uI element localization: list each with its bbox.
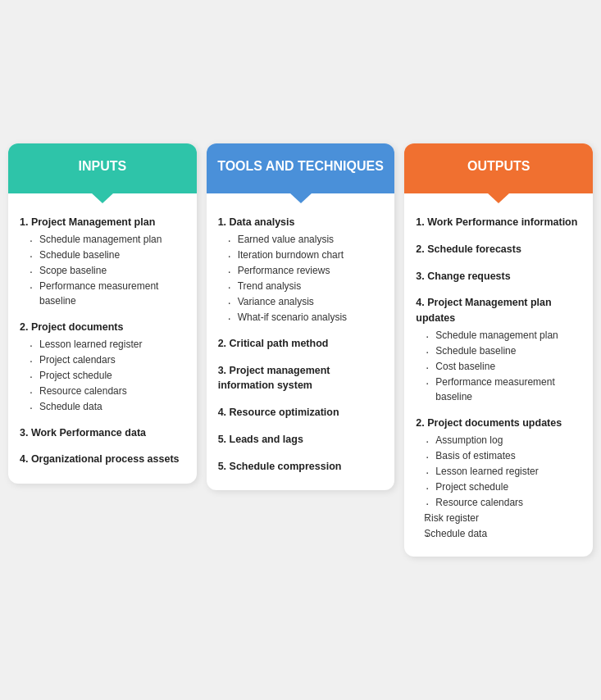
list-item: Assumption log — [424, 433, 581, 448]
outputs-body: 1. Work Performance information 2. Sched… — [404, 193, 593, 557]
inputs-column: INPUTS 1. Project Management plan Schedu… — [8, 143, 197, 484]
inputs-item-3: 3. Work Performance data — [20, 425, 185, 441]
tools-item-1: 1. Data analysis — [218, 215, 384, 230]
list-item: Performance measurement baseline — [28, 279, 185, 308]
tools-item-2: 2. Critical path method — [218, 336, 384, 352]
list-item: What-if scenario analysis — [226, 310, 384, 325]
list-item: Resource calendars — [424, 495, 581, 510]
list-item: Schedule data — [28, 399, 185, 414]
inputs-header-label: INPUTS — [79, 159, 127, 173]
list-item: Trend analysis — [226, 279, 384, 293]
list-item: Resource calendars — [28, 384, 185, 398]
outputs-item-1: 1. Work Performance information — [416, 215, 581, 230]
list-item: Schedule baseline — [28, 248, 185, 262]
list-item: Project schedule — [424, 480, 581, 494]
list-item: Risk register — [424, 511, 581, 525]
outputs-header-label: OUTPUTS — [467, 159, 530, 173]
tools-header-label: TOOLS AND TECHNIQUES — [217, 159, 384, 173]
inputs-item-2: 2. Project documents — [20, 320, 185, 335]
list-item: Cost baseline — [424, 359, 581, 374]
list-item: Scope baseline — [28, 263, 185, 278]
inputs-item-1-sublist: Schedule management plan Schedule baseli… — [20, 232, 185, 308]
list-item: Project calendars — [28, 352, 185, 367]
list-item: Schedule data — [424, 526, 581, 541]
list-item: Earned value analysis — [226, 232, 384, 247]
list-item: Lesson learned register — [28, 337, 185, 352]
inputs-item-2-sublist: Lesson learned register Project calendar… — [20, 337, 185, 414]
columns-container: INPUTS 1. Project Management plan Schedu… — [8, 143, 593, 556]
outputs-item-5: 2. Project documents updates — [416, 416, 581, 431]
tools-body: 1. Data analysis Earned value analysis I… — [207, 193, 395, 490]
outputs-item-4: 4. Project Management plan updates — [416, 295, 581, 326]
tools-item-4: 4. Resource optimization — [218, 405, 384, 420]
list-item: Schedule management plan — [424, 328, 581, 343]
tools-column: TOOLS AND TECHNIQUES 1. Data analysis Ea… — [207, 143, 395, 490]
outputs-item-4-sublist: Schedule management plan Schedule baseli… — [416, 328, 581, 404]
list-item: Lesson learned register — [424, 464, 581, 479]
list-item: Performance reviews — [226, 263, 384, 278]
outputs-column: OUTPUTS 1. Work Performance information … — [404, 143, 593, 556]
outputs-header: OUTPUTS — [404, 143, 593, 193]
inputs-body: 1. Project Management plan Schedule mana… — [8, 193, 197, 484]
list-item: Schedule baseline — [424, 343, 581, 358]
list-item: Performance measurement baseline — [424, 375, 581, 404]
tools-header: TOOLS AND TECHNIQUES — [207, 143, 395, 193]
inputs-item-1: 1. Project Management plan — [20, 215, 185, 230]
inputs-header: INPUTS — [8, 143, 197, 193]
page-wrapper: INPUTS 1. Project Management plan Schedu… — [0, 0, 601, 700]
list-item: Project schedule — [28, 368, 185, 383]
list-item: Iteration burndown chart — [226, 248, 384, 262]
tools-item-6: 5. Schedule compression — [218, 459, 384, 475]
list-item: Variance analysis — [226, 294, 384, 309]
outputs-item-2: 2. Schedule forecasts — [416, 242, 581, 257]
list-item: Schedule management plan — [28, 232, 185, 247]
inputs-item-4: 4. Organizational process assets — [20, 452, 185, 467]
tools-item-5: 5. Leads and lags — [218, 432, 384, 448]
list-item: Basis of estimates — [424, 448, 581, 463]
tools-item-1-sublist: Earned value analysis Iteration burndown… — [218, 232, 384, 325]
outputs-item-5-sublist: Assumption log Basis of estimates Lesson… — [416, 433, 581, 541]
outputs-item-3: 3. Change requests — [416, 269, 581, 284]
tools-item-3: 3. Project management information system — [218, 363, 384, 394]
